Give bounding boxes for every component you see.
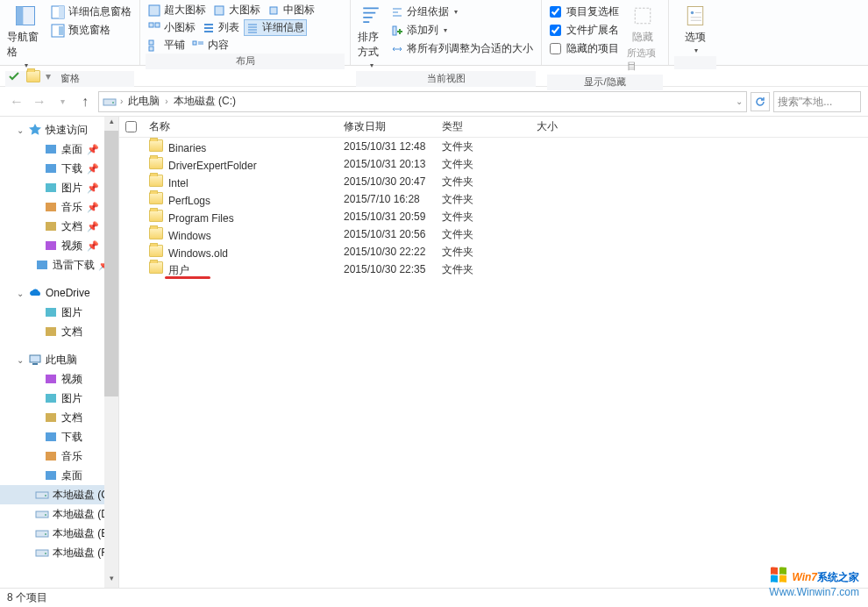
table-row[interactable]: Windows.old2015/10/30 22:22文件夹 — [119, 243, 868, 261]
sidebar-item[interactable]: 本地磁盘 (F:) — [0, 543, 104, 562]
sidebar-item[interactable]: 音乐📌 — [0, 197, 104, 217]
preview-pane-button[interactable]: 预览窗格 — [48, 22, 134, 39]
svg-rect-7 — [215, 6, 224, 15]
sidebar-item[interactable]: 文档 — [0, 408, 104, 427]
view-content-button[interactable]: 内容 — [189, 37, 231, 54]
column-header-size[interactable]: 大小 — [531, 119, 610, 134]
documents-icon — [44, 325, 58, 339]
table-row[interactable]: Windows2015/10/31 20:56文件夹 — [119, 225, 868, 243]
chevron-down-icon: ▾ — [444, 26, 447, 34]
file-type: 文件夹 — [437, 139, 531, 154]
videos-icon — [44, 239, 58, 253]
add-column-button[interactable]: 添加列▾ — [388, 22, 536, 39]
tree-label: 迅雷下载 — [53, 258, 95, 273]
sidebar-item[interactable]: 图片 — [0, 389, 104, 408]
breadcrumb-item[interactable]: 本地磁盘 (C:) — [172, 94, 238, 109]
hidden-items-toggle[interactable]: 隐藏的项目 — [547, 40, 622, 57]
column-header-name[interactable]: 名称 — [144, 119, 338, 134]
hide-selected-button[interactable]: 隐藏 所选项目 — [625, 2, 660, 75]
sidebar-item[interactable]: 音乐 — [0, 446, 104, 466]
view-details-button[interactable]: 详细信息 — [244, 19, 307, 36]
view-large-button[interactable]: 大图标 — [210, 2, 263, 18]
nav-pane-button[interactable]: 导航窗格 ▾ — [5, 2, 45, 71]
overflow-icon[interactable]: ▾ — [46, 70, 51, 82]
checkbox[interactable] — [550, 6, 561, 18]
sidebar-item[interactable]: 文档 — [0, 322, 104, 341]
svg-point-38 — [45, 495, 46, 496]
table-row[interactable]: DriverExpertFolder2015/10/31 20:13文件夹 — [119, 155, 868, 173]
scrollbar[interactable]: ▴ ▾ — [104, 117, 118, 588]
select-all-checkbox[interactable] — [119, 121, 144, 132]
sidebar-item[interactable]: 本地磁盘 (D:) — [0, 504, 104, 524]
view-tiles-button[interactable]: 平铺 — [146, 37, 188, 54]
checkbox[interactable] — [550, 25, 561, 36]
detail-pane-button[interactable]: 详细信息窗格 — [48, 4, 134, 20]
table-row[interactable]: PerfLogs2015/7/10 16:28文件夹 — [119, 190, 868, 208]
sort-by-button[interactable]: 排序方式 ▾ — [356, 2, 385, 71]
table-row[interactable]: Binaries2015/10/31 12:48文件夹 — [119, 138, 868, 155]
address-bar: ← → ▾ ↑ › 此电脑 › 本地磁盘 (C:) ⌄ 搜索"本地... — [0, 87, 868, 117]
chevron-down-icon[interactable]: ⌄ — [736, 96, 743, 106]
nav-pane-icon — [13, 4, 38, 28]
recent-locations-button[interactable]: ▾ — [53, 92, 72, 111]
expand-icon[interactable]: ⌄ — [16, 355, 25, 365]
svg-point-19 — [112, 102, 114, 104]
folder-icon[interactable] — [26, 70, 40, 82]
breadcrumb-item[interactable]: 此电脑 — [126, 94, 161, 109]
pin-icon: 📌 — [87, 163, 99, 175]
table-row[interactable]: Intel2015/10/30 20:47文件夹 — [119, 173, 868, 190]
sidebar-item[interactable]: 本地磁盘 (C:) — [0, 485, 104, 504]
expand-icon[interactable]: ⌄ — [16, 125, 25, 135]
tree-label: 快速访问 — [46, 123, 88, 138]
file-extensions-toggle[interactable]: 文件扩展名 — [547, 22, 622, 39]
sidebar-item[interactable]: 视频📌 — [0, 236, 104, 255]
fit-icon — [391, 43, 403, 55]
view-small-button[interactable]: 小图标 — [146, 19, 198, 36]
column-header-date[interactable]: 修改日期 — [338, 119, 437, 134]
file-type: 文件夹 — [437, 227, 531, 242]
checkbox[interactable] — [550, 43, 561, 54]
scroll-up-button[interactable]: ▴ — [104, 117, 118, 131]
ribbon-group-label: 当前视图 — [356, 71, 536, 87]
view-medium-button[interactable]: 中图标 — [265, 2, 317, 18]
refresh-button[interactable] — [751, 92, 770, 111]
sidebar-item[interactable]: 图片 — [0, 303, 104, 322]
view-list-button[interactable]: 列表 — [200, 19, 242, 36]
sidebar-section[interactable]: ⌄快速访问 — [0, 120, 104, 139]
check-icon[interactable] — [7, 69, 21, 83]
sidebar-item[interactable]: 视频 — [0, 369, 104, 389]
sidebar-item[interactable]: 桌面📌 — [0, 139, 104, 159]
chevron-right-icon[interactable]: › — [165, 96, 167, 106]
sidebar-item[interactable]: 迅雷下载📌 — [0, 255, 104, 275]
table-row[interactable]: 用户2015/10/30 22:35文件夹 — [119, 261, 868, 278]
up-button[interactable]: ↑ — [75, 92, 95, 111]
add-column-icon — [391, 25, 403, 37]
item-checkboxes-toggle[interactable]: 项目复选框 — [547, 4, 622, 20]
search-input[interactable]: 搜索"本地... — [773, 91, 861, 112]
forward-button[interactable]: → — [30, 92, 49, 111]
folder-icon — [149, 192, 163, 204]
sidebar-item[interactable]: 本地磁盘 (E:) — [0, 524, 104, 543]
sidebar-section[interactable]: ⌄OneDrive — [0, 283, 104, 303]
scroll-down-button[interactable]: ▾ — [104, 574, 118, 588]
view-extra-large-button[interactable]: 超大图标 — [146, 2, 209, 18]
fit-columns-button[interactable]: 将所有列调整为合适的大小 — [388, 40, 536, 57]
chevron-right-icon[interactable]: › — [120, 96, 123, 106]
options-button[interactable]: 选项 ▾ — [674, 2, 716, 56]
file-date: 2015/7/10 16:28 — [338, 193, 437, 205]
sidebar-item[interactable]: 下载📌 — [0, 159, 104, 178]
column-header-type[interactable]: 类型 — [437, 119, 531, 134]
group-by-button[interactable]: 分组依据▾ — [388, 4, 536, 20]
breadcrumb[interactable]: › 此电脑 › 本地磁盘 (C:) ⌄ — [98, 91, 747, 112]
documents-icon — [44, 411, 58, 425]
svg-rect-24 — [46, 222, 56, 231]
expand-icon[interactable]: ⌄ — [16, 289, 25, 298]
sidebar-item[interactable]: 文档📌 — [0, 217, 104, 236]
sidebar-section[interactable]: ⌄此电脑 — [0, 350, 104, 369]
table-row[interactable]: Program Files2015/10/31 20:59文件夹 — [119, 208, 868, 225]
sidebar-item[interactable]: 图片📌 — [0, 178, 104, 197]
pin-icon: 📌 — [87, 202, 99, 213]
sidebar-item[interactable]: 桌面 — [0, 466, 104, 485]
back-button[interactable]: ← — [7, 92, 26, 111]
sidebar-item[interactable]: 下载 — [0, 427, 104, 446]
